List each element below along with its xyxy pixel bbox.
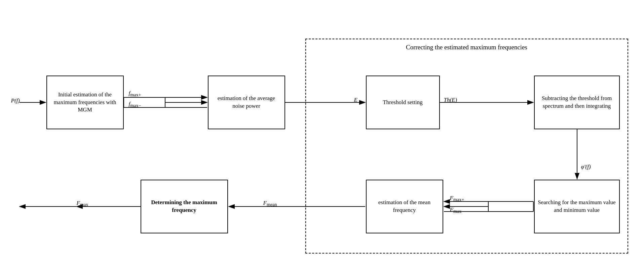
label-ThE: Th(E) (444, 97, 457, 103)
Fmax-minus-F: F (450, 207, 453, 213)
Fmean-F: F (263, 200, 267, 206)
ThE-span: Th(E) (444, 97, 457, 103)
Fmean-sub: mean (267, 202, 277, 207)
label-phi: φ′(f) (581, 164, 591, 170)
label-Fmax-minus: Fmax− (450, 207, 464, 214)
label-Fmax-out: Fmax (77, 200, 88, 208)
box-initial-estimation: Initial estimation of the maximum freque… (46, 76, 124, 129)
Fmax-plus-F: F (450, 195, 453, 201)
box-determining: Determining the maximum frequency (141, 180, 228, 233)
box-search: Searching for the maximum value and mini… (534, 180, 620, 233)
fmax-minus-sub: max− (130, 103, 141, 108)
label-fmax-minus: fmax− (129, 101, 141, 108)
label-pf: P(f) (11, 97, 20, 104)
diagram-container: Correcting the estimated maximum frequen… (9, 8, 635, 264)
Fmax-out-sub: max (80, 202, 88, 207)
fmax-plus-sub: max+ (130, 92, 141, 97)
label-Fmean: Fmean (263, 200, 277, 208)
box-threshold: Threshold setting (366, 76, 440, 129)
box-avg-noise: estimation of the average noise power (208, 76, 285, 129)
phi-span: φ′(f) (581, 164, 591, 170)
Fmax-out-F: F (77, 200, 80, 206)
box-subtract: Subtracting the threshold from spectrum … (534, 76, 620, 129)
label-Fmax-plus: Fmax+ (450, 195, 464, 202)
correcting-title: Correcting the estimated maximum frequen… (312, 44, 621, 51)
Fmax-minus-sub: max− (453, 209, 464, 214)
Fmax-plus-sub: max+ (453, 197, 464, 202)
label-fmax-plus: fmax+ (129, 90, 141, 98)
label-E: E (354, 97, 357, 103)
box-mean-freq: estimation of the mean frequency (366, 180, 443, 233)
